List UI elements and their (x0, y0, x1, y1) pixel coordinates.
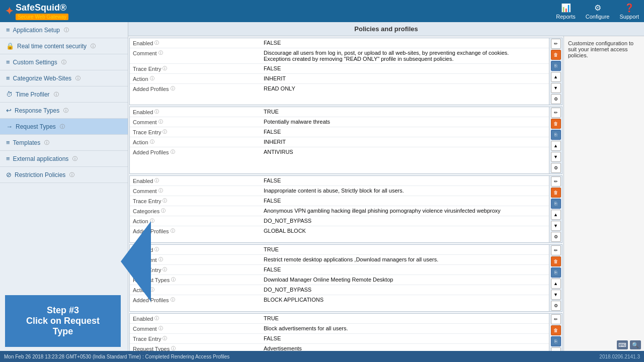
policy-card-5: Enabled ⓘ TRUE Comment ⓘ Block advertise… (129, 313, 562, 351)
help-icon-6: ⓘ (60, 123, 65, 130)
policy-card-1: Enabled ⓘ FALSE Comment ⓘ Discourage all… (129, 38, 562, 105)
sidebar-item-request-types[interactable]: → Request Types ⓘ (0, 119, 128, 135)
sidebar-item-time-profiler[interactable]: ⏱ Time Profiler ⓘ (0, 86, 128, 103)
sidebar-item-external-apps[interactable]: ≡ External applications ⓘ (0, 151, 128, 167)
help-trace-3[interactable]: ⓘ (163, 198, 167, 204)
sidebar-item-categorize[interactable]: ≡ Categorize Web-Sites ⓘ (0, 70, 128, 86)
sidebar-item-response-types[interactable]: ↩ Response Types ⓘ (0, 103, 128, 119)
sidebar-item-realtime[interactable]: 🔒 Real time content security ⓘ (0, 38, 128, 54)
copy-btn-4[interactable]: ⎘ (551, 267, 561, 278)
copy-btn-2[interactable]: ⎘ (551, 130, 561, 140)
help-comment-1[interactable]: ⓘ (158, 50, 163, 56)
policy-2-action-row: Action ⓘ INHERIT (130, 137, 549, 147)
support-label: Support (619, 14, 639, 20)
help-profiles-3[interactable]: ⓘ (171, 228, 175, 234)
sidebar-item-restriction[interactable]: ⊘ Restriction Policies ⓘ (0, 167, 128, 183)
profiles-value-3: GLOBAL BLOCK (261, 226, 549, 235)
up-btn-2[interactable]: ▲ (551, 141, 561, 151)
configure-nav[interactable]: ⚙ Configure (586, 3, 610, 20)
down-btn-2[interactable]: ▼ (551, 152, 561, 162)
version-info: 2018.0206.2141.3 (599, 354, 640, 359)
help-icon-1: ⓘ (91, 43, 96, 50)
delete-btn-5[interactable]: 🗑 (551, 325, 561, 335)
policies-panel[interactable]: Enabled ⓘ FALSE Comment ⓘ Discourage all… (128, 36, 564, 351)
help-request-types-4[interactable]: ⓘ (171, 277, 176, 283)
down-btn-3[interactable]: ▼ (551, 221, 561, 231)
help-profiles-1[interactable]: ⓘ (171, 85, 175, 92)
help-enabled-2[interactable]: ⓘ (154, 109, 159, 115)
help-request-types-5[interactable]: ⓘ (171, 345, 176, 351)
page-title: Policies and profiles (128, 22, 644, 36)
help-trace-5[interactable]: ⓘ (163, 335, 167, 342)
policy-2-profiles-row: Added Profiles ⓘ ANTIVIRUS (130, 147, 549, 157)
sidebar-item-templates[interactable]: ≡ Templates ⓘ (0, 135, 128, 151)
sidebar-item-label: Categorize Web-Sites (13, 75, 72, 82)
sidebar-item-label: External applications (13, 155, 69, 162)
help-profiles-2[interactable]: ⓘ (171, 149, 175, 155)
up-btn-1[interactable]: ▲ (551, 72, 561, 82)
realtime-icon: 🔒 (6, 42, 14, 50)
reports-nav[interactable]: 📊 Reports (556, 3, 576, 20)
policy-4-action-row: Action ⓘ DO_NOT_BYPASS (130, 285, 549, 295)
comment-label-3: Comment (133, 188, 157, 194)
policy-5-comment-row: Comment ⓘ Block advertisements for all u… (130, 324, 549, 334)
policy-card-3: Enabled ⓘ FALSE Comment ⓘ Inappropriate … (129, 175, 562, 243)
settings-btn-3[interactable]: ⚙ (551, 232, 561, 242)
delete-btn-4[interactable]: 🗑 (551, 256, 561, 266)
right-help-text: Customize configuration to suit your int… (568, 40, 640, 58)
app-setup-icon: ≡ (6, 26, 10, 34)
down-btn-1[interactable]: ▼ (551, 83, 561, 93)
help-enabled-3[interactable]: ⓘ (154, 177, 159, 184)
sidebar-item-app-setup[interactable]: ≡ Application Setup ⓘ (0, 22, 128, 38)
edit-btn-5[interactable]: ✏ (551, 314, 561, 324)
copy-btn-1[interactable]: ⎘ (551, 61, 561, 71)
enabled-label-2: Enabled (133, 109, 153, 115)
sidebar-item-label: Time Profiler (16, 91, 50, 98)
policy-card-4-main: Enabled ⓘ TRUE Comment ⓘ Restrict remote… (130, 245, 549, 311)
help-enabled-5[interactable]: ⓘ (154, 315, 159, 322)
copy-btn-5[interactable]: ⎘ (551, 336, 561, 346)
help-comment-4[interactable]: ⓘ (158, 256, 163, 263)
content-area: Policies and profiles Enabled ⓘ FALSE (128, 22, 644, 351)
logo-icon: ✦ (5, 5, 14, 17)
settings-btn-4[interactable]: ⚙ (551, 301, 561, 311)
settings-btn-2[interactable]: ⚙ (551, 163, 561, 173)
up-btn-3[interactable]: ▲ (551, 210, 561, 220)
policy-card-1-main: Enabled ⓘ FALSE Comment ⓘ Discourage all… (130, 38, 549, 105)
edit-btn-1[interactable]: ✏ (551, 39, 561, 49)
policy-1-comment-row: Comment ⓘ Discourage all users from log … (130, 48, 549, 64)
delete-btn-2[interactable]: 🗑 (551, 119, 561, 129)
comment-value-1: Discourage all users from log in, post, … (261, 48, 549, 63)
help-comment-2[interactable]: ⓘ (158, 119, 163, 125)
help-categories-3[interactable]: ⓘ (161, 208, 166, 214)
help-trace-2[interactable]: ⓘ (163, 129, 167, 135)
support-nav[interactable]: ❓ Support (619, 3, 639, 20)
copy-btn-3[interactable]: ⎘ (551, 199, 561, 209)
edit-btn-2[interactable]: ✏ (551, 108, 561, 118)
search-icon[interactable]: 🔍 (630, 340, 641, 349)
help-action-1[interactable]: ⓘ (150, 75, 154, 82)
delete-btn-3[interactable]: 🗑 (551, 188, 561, 198)
enabled-label-1: Enabled (133, 40, 153, 46)
help-trace-4[interactable]: ⓘ (163, 266, 167, 273)
edit-btn-4[interactable]: ✏ (551, 245, 561, 255)
policy-4-trace-row: Trace Entry ⓘ FALSE (130, 265, 549, 275)
down-btn-4[interactable]: ▼ (551, 290, 561, 300)
help-enabled-4[interactable]: ⓘ (154, 246, 159, 253)
up-btn-5[interactable]: ▲ (551, 347, 561, 351)
settings-btn-1[interactable]: ⚙ (551, 94, 561, 104)
sidebar-item-custom-settings[interactable]: ≡ Custom Settings ⓘ (0, 54, 128, 70)
help-comment-5[interactable]: ⓘ (158, 325, 163, 332)
keyboard-icon[interactable]: ⌨ (617, 340, 628, 349)
profiles-label-1: Added Profiles (133, 86, 169, 92)
up-btn-4[interactable]: ▲ (551, 279, 561, 289)
help-action-2[interactable]: ⓘ (150, 139, 154, 145)
help-enabled-1[interactable]: ⓘ (154, 40, 159, 46)
help-trace-1[interactable]: ⓘ (163, 65, 167, 72)
delete-btn-1[interactable]: 🗑 (551, 50, 561, 60)
policy-1-trace-row: Trace Entry ⓘ FALSE (130, 64, 549, 74)
help-profiles-4[interactable]: ⓘ (171, 297, 175, 303)
edit-btn-3[interactable]: ✏ (551, 176, 561, 187)
help-comment-3[interactable]: ⓘ (158, 188, 163, 194)
status-message: Mon Feb 26 2018 13:23:28 GMT+0530 (India… (4, 354, 229, 359)
